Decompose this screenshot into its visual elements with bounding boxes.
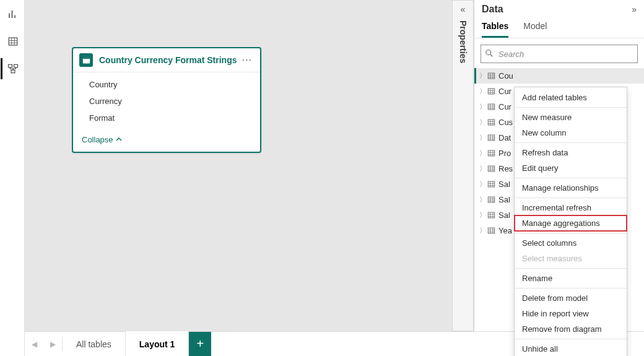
context-menu-item[interactable]: Unhide all <box>515 341 627 356</box>
svg-rect-15 <box>488 197 495 202</box>
table-list-label: Cur <box>498 87 511 96</box>
table-card[interactable]: Country Currency Format Strings ··· Coun… <box>72 47 261 153</box>
table-list-label: Dat <box>498 133 511 142</box>
context-menu-item[interactable]: Remove from diagram <box>515 321 627 337</box>
collapse-toggle[interactable]: Collapse <box>73 130 260 152</box>
add-layout-button[interactable]: + <box>189 332 211 356</box>
context-menu-item[interactable]: New measure <box>515 110 627 125</box>
chevron-right-icon: 〉 <box>479 180 487 189</box>
context-menu-item[interactable]: Edit query <box>515 160 627 176</box>
tab-tables[interactable]: Tables <box>482 21 508 38</box>
data-view-button[interactable] <box>1 31 24 52</box>
table-list-label: Cus <box>498 118 513 127</box>
table-icon <box>487 103 495 111</box>
table-list-label: Cou <box>498 71 513 80</box>
table-icon <box>487 72 495 80</box>
svg-rect-16 <box>488 212 495 218</box>
context-menu-item[interactable]: Manage relationships <box>515 180 627 196</box>
search-icon <box>485 49 494 59</box>
svg-rect-7 <box>488 73 495 79</box>
svg-rect-10 <box>488 119 495 125</box>
context-menu-item[interactable]: New column <box>515 125 627 141</box>
tab-all-tables[interactable]: All tables <box>63 332 126 356</box>
svg-rect-3 <box>11 70 15 73</box>
layout-next-button[interactable]: ▶ <box>43 332 62 356</box>
field-row[interactable]: Format <box>73 110 260 126</box>
table-icon <box>487 165 495 173</box>
table-list-label: Sal <box>498 180 510 189</box>
table-icon <box>487 87 495 95</box>
table-icon <box>487 180 495 188</box>
expand-properties-icon[interactable]: « <box>461 4 466 14</box>
separator <box>515 268 627 269</box>
context-menu-item[interactable]: Delete from model <box>515 290 627 306</box>
context-menu-item[interactable]: Select columns <box>515 235 627 251</box>
chevron-right-icon: 〉 <box>479 133 487 142</box>
table-list-label: Pro <box>498 149 511 158</box>
context-menu-item[interactable]: Incremental refresh <box>515 200 627 215</box>
table-icon <box>79 53 93 67</box>
separator <box>515 288 627 289</box>
data-panel-title: Data <box>482 4 632 15</box>
svg-point-6 <box>486 50 491 55</box>
layout-prev-button[interactable]: ◀ <box>25 332 43 356</box>
field-row[interactable]: Currency <box>73 93 260 110</box>
svg-rect-2 <box>14 64 18 67</box>
tab-model[interactable]: Model <box>523 21 547 38</box>
chevron-right-icon: 〉 <box>479 226 487 235</box>
table-card-more-button[interactable]: ··· <box>240 57 254 63</box>
svg-rect-13 <box>488 166 495 171</box>
chevron-right-icon: 〉 <box>479 164 487 173</box>
chevron-right-icon: 〉 <box>479 149 487 158</box>
table-icon <box>487 227 495 235</box>
properties-panel-collapsed[interactable]: « Properties <box>452 0 474 331</box>
field-row[interactable]: Country <box>73 76 260 93</box>
svg-rect-11 <box>488 135 495 141</box>
table-icon <box>487 196 495 204</box>
table-list-label: Cur <box>498 102 511 111</box>
context-menu-item[interactable]: Manage aggregations <box>515 215 627 231</box>
report-view-button[interactable] <box>1 4 24 25</box>
svg-rect-12 <box>488 150 495 156</box>
svg-rect-17 <box>488 228 495 233</box>
tab-layout-1[interactable]: Layout 1 <box>126 332 189 356</box>
table-icon <box>487 118 495 126</box>
svg-rect-5 <box>82 57 89 58</box>
table-list-label: Sal <box>498 195 510 204</box>
chevron-right-icon: 〉 <box>479 102 487 111</box>
separator <box>515 233 627 233</box>
separator <box>515 107 627 108</box>
search-input[interactable] <box>481 45 638 63</box>
table-list-label: Res <box>498 164 513 173</box>
table-icon <box>487 149 495 157</box>
table-card-fields: Country Currency Format <box>73 72 260 130</box>
separator <box>515 339 627 339</box>
svg-rect-0 <box>9 38 17 45</box>
table-card-header[interactable]: Country Currency Format Strings ··· <box>73 48 260 72</box>
table-list-item[interactable]: 〉Cou <box>474 68 644 84</box>
data-panel-tabs: Tables Model <box>474 15 644 38</box>
chevron-right-icon: 〉 <box>479 118 487 127</box>
separator <box>515 142 627 143</box>
separator <box>515 178 627 178</box>
chevron-up-icon <box>116 135 122 144</box>
context-menu-item[interactable]: Refresh data <box>515 145 627 160</box>
chevron-right-icon: 〉 <box>479 71 487 80</box>
context-menu-item[interactable]: Add related tables <box>515 90 627 105</box>
collapse-label: Collapse <box>82 135 113 144</box>
table-icon <box>487 134 495 142</box>
svg-rect-14 <box>488 181 495 187</box>
properties-label: Properties <box>458 20 468 63</box>
view-rail <box>0 0 25 356</box>
table-card-title: Country Currency Format Strings <box>99 55 240 65</box>
search-field <box>481 45 638 63</box>
svg-rect-8 <box>488 89 495 94</box>
chevron-right-icon: 〉 <box>479 195 487 204</box>
table-list-label: Yea <box>498 226 512 235</box>
collapse-data-panel-icon[interactable]: » <box>632 4 637 14</box>
context-menu-item[interactable]: Hide in report view <box>515 306 627 321</box>
separator <box>515 198 627 198</box>
chevron-right-icon: 〉 <box>479 211 487 220</box>
model-view-button[interactable] <box>1 58 24 79</box>
context-menu-item[interactable]: Rename <box>515 271 627 286</box>
